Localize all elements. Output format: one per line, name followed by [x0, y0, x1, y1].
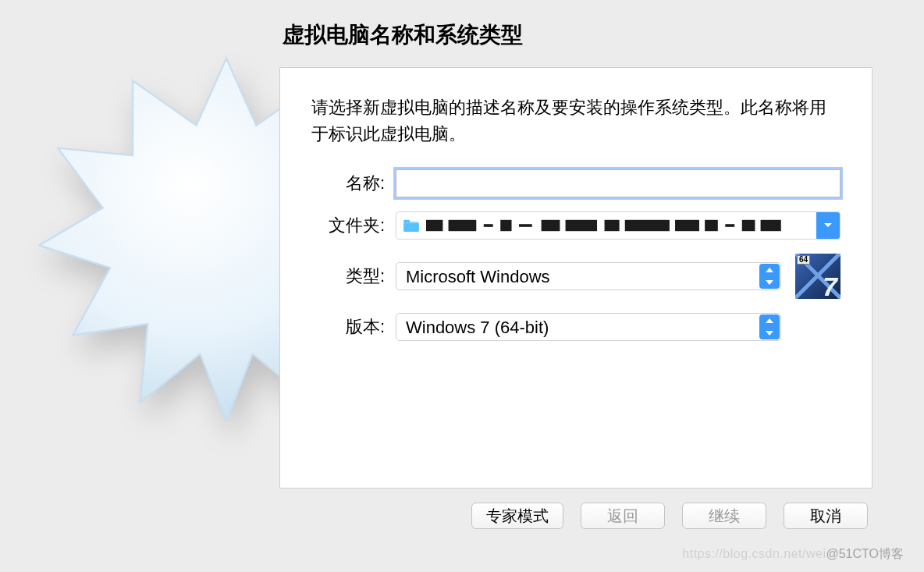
svg-rect-2 [449, 220, 477, 231]
row-version: 版本: Windows 7 (64-bit) [311, 313, 840, 341]
label-name: 名称: [311, 172, 396, 195]
watermark-text: @51CTO博客 [826, 547, 904, 560]
watermark-faint: https://blog.csdn.net/wei [682, 547, 826, 560]
label-type: 类型: [311, 265, 396, 288]
svg-rect-4 [500, 220, 511, 231]
name-input[interactable] [396, 169, 840, 197]
row-name: 名称: [311, 169, 840, 197]
svg-rect-3 [484, 224, 493, 227]
label-version: 版本: [311, 315, 396, 339]
dialog-button-bar: 专家模式 返回 继续 取消 [279, 503, 872, 529]
dialog-description: 请选择新虚拟电脑的描述名称及要安装的操作系统类型。此名称将用于标识此虚拟电脑。 [311, 94, 840, 147]
svg-rect-13 [742, 220, 755, 231]
dialog-title: 虚拟电脑名称和系统类型 [283, 20, 872, 50]
label-folder: 文件夹: [311, 214, 396, 237]
svg-rect-9 [625, 220, 670, 231]
os-icon: 64 7 [795, 254, 840, 299]
new-vm-wizard-dialog: 虚拟电脑名称和系统类型 请选择新虚拟电脑的描述名称及要安装的操作系统类型。此名称… [279, 16, 872, 529]
row-folder: 文件夹: [311, 211, 840, 240]
version-select[interactable]: Windows 7 (64-bit) [396, 313, 781, 341]
continue-button[interactable]: 继续 [682, 503, 766, 529]
svg-rect-12 [725, 224, 734, 227]
svg-rect-10 [675, 220, 699, 231]
svg-rect-6 [542, 220, 560, 231]
back-button[interactable]: 返回 [581, 503, 665, 529]
folder-select[interactable] [396, 211, 840, 240]
svg-rect-7 [566, 220, 597, 231]
os-bits-badge: 64 [797, 255, 810, 265]
folder-dropdown-button[interactable] [816, 212, 840, 239]
svg-rect-5 [519, 224, 532, 227]
os-version-glyph: 7 [823, 272, 837, 299]
expert-mode-button[interactable]: 专家模式 [471, 503, 563, 529]
dialog-panel: 请选择新虚拟电脑的描述名称及要安装的操作系统类型。此名称将用于标识此虚拟电脑。 … [279, 67, 872, 489]
type-select[interactable]: Microsoft Windows [396, 262, 781, 290]
svg-rect-11 [705, 220, 718, 231]
cancel-button[interactable]: 取消 [784, 503, 868, 529]
svg-rect-1 [426, 220, 442, 231]
watermark: https://blog.csdn.net/wei@51CTO博客 [682, 546, 904, 563]
svg-rect-8 [605, 220, 620, 231]
folder-path-redacted [426, 212, 816, 239]
row-type: 类型: Microsoft Windows 64 7 [311, 254, 840, 299]
svg-rect-14 [761, 220, 781, 231]
folder-icon [403, 218, 420, 233]
